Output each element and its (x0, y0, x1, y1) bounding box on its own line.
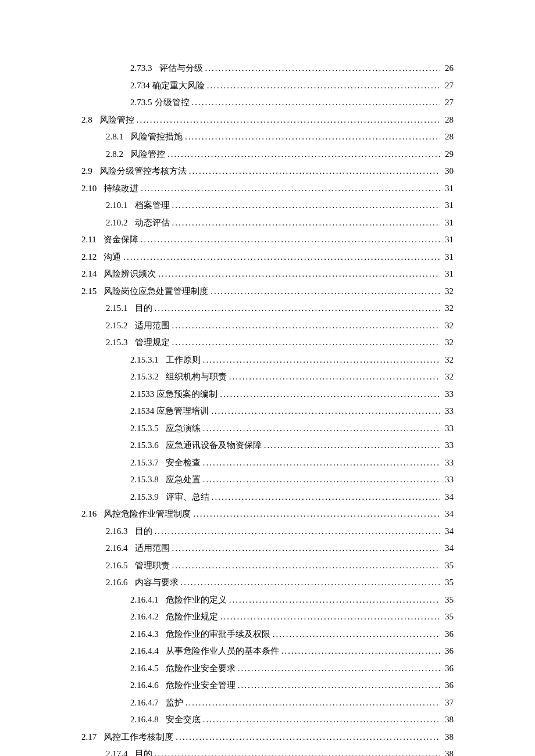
toc-entry-page: 32 (445, 320, 454, 332)
toc-entry-page: 35 (445, 560, 454, 572)
toc-entry-number: 2.15.3.9 (130, 492, 159, 503)
toc-entry: 2.16风控危险作业管理制度34 (81, 508, 454, 520)
toc-leader-dots (238, 680, 440, 691)
toc-entry-number: 2.16.4.3 (130, 629, 159, 640)
toc-entry: 2.15.3.1工作原则32 (81, 354, 454, 366)
toc-entry: 2.16.4.4从事危险作业人员的基本条件36 (81, 646, 454, 657)
toc-entry-title: 危险作业规定 (166, 611, 218, 623)
toc-entry-page: 34 (445, 543, 454, 554)
toc-entry: 2.16.5管理职责35 (81, 560, 454, 572)
toc-entry: 2.15.3.5应急演练33 (81, 423, 454, 435)
toc-entry-number: 2.16.4 (106, 543, 128, 554)
toc-entry-title: 风控工作考核制度 (104, 732, 173, 743)
toc-entry-page: 31 (445, 217, 454, 229)
toc-entry-number: 2.1534 (130, 406, 154, 417)
toc-leader-dots (181, 577, 441, 589)
toc-entry-number: 2.16.3 (106, 526, 128, 538)
toc-leader-dots (189, 166, 440, 177)
toc-leader-dots (172, 217, 441, 229)
toc-entry-page: 28 (445, 114, 454, 126)
toc-entry-number: 2.17.4 (106, 748, 128, 756)
toc-entry: 2.15.3.2组织机构与职责32 (81, 371, 454, 383)
toc-entry-number: 2.16.4.2 (130, 611, 159, 623)
toc-entry-page: 34 (445, 492, 454, 503)
toc-leader-dots (185, 131, 440, 143)
toc-list: 2.73.3评估与分级262.734确定重大风险272.73.5分级管控272.… (81, 63, 454, 756)
toc-entry-title: 评审、总结 (166, 492, 209, 503)
toc-entry: 2.12沟通31 (81, 252, 454, 263)
toc-leader-dots (155, 303, 441, 314)
toc-entry: 2.8.2风险管控29 (81, 149, 454, 160)
toc-entry: 2.16.4.8安全交底38 (81, 714, 454, 726)
toc-entry-page: 36 (445, 663, 454, 675)
toc-leader-dots (172, 320, 441, 332)
toc-entry: 2.16.4.1危险作业的定义35 (81, 594, 454, 606)
toc-entry-title: 危险作业的定义 (166, 594, 227, 606)
toc-entry-number: 2.16.6 (106, 577, 128, 589)
toc-entry-page: 33 (445, 474, 454, 486)
toc-leader-dots (203, 457, 440, 469)
toc-leader-dots (220, 389, 440, 400)
toc-entry-number: 2.17 (81, 732, 97, 743)
toc-leader-dots (203, 354, 440, 366)
toc-entry-title: 动态评估 (135, 217, 170, 229)
toc-entry: 2.15.3.6应急通讯设备及物资保障33 (81, 440, 454, 452)
toc-entry: 2.9风险分级管控考核方法30 (81, 166, 454, 177)
toc-entry: 2.734确定重大风险27 (81, 80, 454, 92)
toc-entry-title: 风险管控 (99, 114, 134, 126)
toc-entry-title: 从事危险作业人员的基本条件 (166, 646, 279, 657)
toc-entry-title: 危险作业安全管理 (166, 680, 236, 691)
toc-entry-page: 32 (445, 286, 454, 298)
toc-leader-dots (172, 337, 441, 349)
toc-entry-number: 2.8.1 (106, 131, 123, 143)
toc-entry-title: 目的 (135, 526, 152, 538)
toc-entry-title: 风险分级管控考核方法 (99, 166, 187, 177)
toc-leader-dots (238, 663, 440, 675)
toc-entry-page: 29 (445, 149, 454, 160)
toc-entry: 2.15.3.7安全检查33 (81, 457, 454, 469)
toc-entry-number: 2.73.3 (130, 63, 152, 74)
toc-entry-title: 沟通 (104, 252, 121, 263)
toc-entry-number: 2.8 (81, 114, 92, 126)
toc-entry-number: 2.73.5 (130, 97, 152, 109)
toc-entry-page: 36 (445, 680, 454, 691)
toc-leader-dots (167, 149, 440, 160)
toc-entry-page: 34 (445, 526, 454, 538)
toc-entry-page: 33 (445, 457, 454, 469)
toc-leader-dots (229, 594, 440, 606)
toc-leader-dots (158, 268, 440, 280)
toc-entry-title: 风险管控 (130, 149, 165, 160)
toc-leader-dots (203, 714, 440, 726)
toc-entry-number: 2.15.1 (106, 303, 128, 314)
toc-entry-number: 2.16.4.6 (130, 680, 159, 691)
toc-entry-page: 33 (445, 389, 454, 400)
toc-entry: 2.73.3评估与分级26 (81, 63, 454, 74)
toc-leader-dots (176, 732, 440, 743)
toc-entry-title: 确定重大风险 (152, 80, 205, 92)
toc-leader-dots (155, 748, 441, 756)
toc-entry-page: 37 (445, 697, 454, 709)
toc-entry-number: 2.15.3.5 (130, 423, 159, 435)
toc-entry-page: 35 (445, 594, 454, 606)
toc-entry-number: 2.15.3.1 (130, 354, 159, 366)
toc-entry-number: 2.16.4.7 (130, 697, 159, 709)
toc-entry-page: 38 (445, 714, 454, 726)
toc-entry-title: 风险管控措施 (130, 131, 183, 143)
toc-entry-title: 档案管理 (135, 200, 170, 212)
toc-entry-title: 管理职责 (135, 560, 170, 572)
toc-entry-number: 2.14 (81, 268, 97, 280)
toc-entry-title: 危险作业的审批手续及权限 (166, 629, 270, 640)
toc-entry-number: 2.15.3.6 (130, 440, 159, 452)
toc-entry-page: 26 (445, 63, 454, 74)
toc-entry-title: 风控危险作业管理制度 (104, 508, 191, 520)
toc-entry-title: 持续改进 (104, 183, 138, 195)
toc-entry-page: 31 (445, 252, 454, 263)
toc-entry-title: 分级管控 (155, 97, 190, 109)
toc-entry-number: 2.16.4.1 (130, 594, 159, 606)
toc-entry-number: 2.1533 (130, 389, 154, 400)
toc-entry: 2.8风险管控28 (81, 114, 454, 126)
toc-entry-number: 2.16.4.8 (130, 714, 159, 726)
toc-entry-page: 31 (445, 200, 454, 212)
toc-leader-dots (203, 474, 440, 486)
toc-entry: 2.15.1目的32 (81, 303, 454, 314)
